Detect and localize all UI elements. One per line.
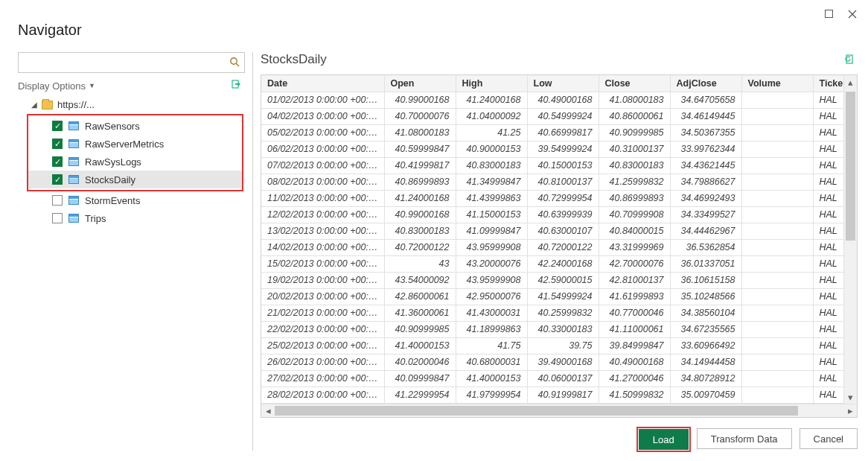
checkbox[interactable] <box>52 139 63 149</box>
table-cell: HAL <box>813 223 843 239</box>
table-row[interactable]: 15/02/2013 0:00:00 +00:004343.2000007642… <box>261 255 843 272</box>
column-header[interactable]: Low <box>527 75 599 92</box>
checkbox[interactable] <box>52 121 63 131</box>
table-cell: 40.70000076 <box>384 108 456 124</box>
load-button[interactable]: Load <box>639 429 689 450</box>
window-maximize-icon[interactable] <box>823 9 834 19</box>
table-cell: HAL <box>813 387 843 403</box>
horizontal-scrollbar[interactable]: ◂ ▸ <box>261 404 857 417</box>
tree-item-rawsyslogs[interactable]: RawSysLogs <box>28 153 242 171</box>
table-cell <box>741 141 813 157</box>
svg-point-3 <box>231 57 237 63</box>
table-cell: 40.54999924 <box>527 108 599 124</box>
table-cell: 33.60966492 <box>670 337 741 354</box>
table-cell: 40.83000183 <box>599 157 670 174</box>
scroll-down-icon[interactable]: ▾ <box>844 390 857 404</box>
table-row[interactable]: 07/02/2013 0:00:00 +00:0040.4199981740.8… <box>261 157 843 174</box>
table-cell <box>741 174 813 190</box>
table-row[interactable]: 01/02/2013 0:00:00 +00:0040.9900016841.2… <box>261 92 843 108</box>
table-cell: 43.20000076 <box>456 255 527 272</box>
checkbox[interactable] <box>52 195 63 206</box>
selection-highlight: RawSensors RawServerMetrics RawSysLogs <box>27 114 243 191</box>
window-close-icon[interactable] <box>847 9 858 19</box>
table-row[interactable]: 25/02/2013 0:00:00 +00:0041.4000015341.7… <box>261 337 843 354</box>
table-cell <box>741 255 813 272</box>
table-cell: 01/02/2013 0:00:00 +00:00 <box>261 92 384 108</box>
table-cell: 40.81000137 <box>527 174 599 190</box>
table-row[interactable]: 27/02/2013 0:00:00 +00:0040.0999984741.4… <box>261 370 843 387</box>
table-cell: HAL <box>813 190 843 206</box>
table-cell: 40.99000168 <box>384 206 456 223</box>
table-cell: 40.31000137 <box>599 141 670 157</box>
table-row[interactable]: 26/02/2013 0:00:00 +00:0040.0200004640.6… <box>261 354 843 370</box>
table-row[interactable]: 04/02/2013 0:00:00 +00:0040.7000007641.0… <box>261 108 843 124</box>
table-cell: 40.86999893 <box>384 174 456 190</box>
table-cell: 40.90000153 <box>456 141 527 157</box>
column-header[interactable]: AdjClose <box>670 75 741 92</box>
transform-data-button[interactable]: Transform Data <box>697 428 792 449</box>
tree-item-rawservermetrics[interactable]: RawServerMetrics <box>28 135 242 153</box>
table-cell: 14/02/2013 0:00:00 +00:00 <box>261 239 384 255</box>
table-row[interactable]: 05/02/2013 0:00:00 +00:0041.0800018341.2… <box>261 124 843 141</box>
table-row[interactable]: 08/02/2013 0:00:00 +00:0040.8699989341.3… <box>261 174 843 190</box>
table-row[interactable]: 11/02/2013 0:00:00 +00:0041.2400016841.4… <box>261 190 843 206</box>
tree-item-stormevents[interactable]: StormEvents <box>28 191 245 209</box>
search-input[interactable] <box>23 57 229 69</box>
table-cell: 40.68000031 <box>456 354 527 370</box>
table-cell: 42.59000015 <box>527 272 599 288</box>
table-row[interactable]: 19/02/2013 0:00:00 +00:0043.5400009243.9… <box>261 272 843 288</box>
pane-divider[interactable] <box>252 52 253 451</box>
column-header[interactable]: Date <box>261 75 384 92</box>
tree-item-rawsensors[interactable]: RawSensors <box>28 117 242 135</box>
column-header[interactable]: Volume <box>741 75 813 92</box>
table-cell: 40.72999954 <box>527 190 599 206</box>
scroll-right-icon[interactable]: ▸ <box>843 404 857 417</box>
scroll-up-icon[interactable]: ▴ <box>844 75 857 89</box>
refresh-tree-icon[interactable] <box>231 79 242 92</box>
table-cell: 41.43999863 <box>456 190 527 206</box>
refresh-preview-icon[interactable] <box>844 53 858 66</box>
column-header[interactable]: Close <box>599 75 670 92</box>
display-options-dropdown[interactable]: Display Options ▼ <box>18 80 95 92</box>
tree-root-node[interactable]: ◢ https://... <box>18 97 245 112</box>
checkbox[interactable] <box>52 156 63 167</box>
table-row[interactable]: 21/02/2013 0:00:00 +00:0041.3600006141.4… <box>261 305 843 321</box>
table-cell: 34.80728912 <box>670 370 741 387</box>
table-cell: 05/02/2013 0:00:00 +00:00 <box>261 124 384 141</box>
search-box[interactable] <box>18 52 245 73</box>
table-row[interactable]: 13/02/2013 0:00:00 +00:0040.8300018341.0… <box>261 223 843 239</box>
table-cell: 41.36000061 <box>384 305 456 321</box>
table-cell: 12/02/2013 0:00:00 +00:00 <box>261 206 384 223</box>
table-cell: 40.91999817 <box>527 387 599 403</box>
table-cell: 42.95000076 <box>456 288 527 305</box>
table-row[interactable]: 06/02/2013 0:00:00 +00:0040.5999984740.9… <box>261 141 843 157</box>
checkbox[interactable] <box>52 174 63 185</box>
scroll-thumb[interactable] <box>846 92 855 241</box>
checkbox[interactable] <box>52 213 63 223</box>
table-cell <box>741 223 813 239</box>
tree-item-stocksdaily[interactable]: StocksDaily <box>28 171 242 188</box>
column-header[interactable]: High <box>456 75 527 92</box>
scroll-left-icon[interactable]: ◂ <box>261 404 275 417</box>
tree-item-trips[interactable]: Trips <box>28 209 245 227</box>
table-cell: 40.63999939 <box>527 206 599 223</box>
cancel-button[interactable]: Cancel <box>800 428 858 449</box>
table-row[interactable]: 22/02/2013 0:00:00 +00:0040.9099998541.1… <box>261 321 843 337</box>
dialog-footer: Load Transform Data Cancel <box>261 418 858 451</box>
table-row[interactable]: 28/02/2013 0:00:00 +00:0041.2299995441.9… <box>261 387 843 403</box>
table-cell: 26/02/2013 0:00:00 +00:00 <box>261 354 384 370</box>
table-cell: 34.44462967 <box>670 223 741 239</box>
table-row[interactable]: 14/02/2013 0:00:00 +00:0040.7200012243.9… <box>261 239 843 255</box>
table-cell: 40.25999832 <box>527 305 599 321</box>
column-header[interactable]: Open <box>384 75 456 92</box>
table-row[interactable]: 12/02/2013 0:00:00 +00:0040.9900016841.1… <box>261 206 843 223</box>
table-cell: 41.22999954 <box>384 387 456 403</box>
table-cell: 34.14944458 <box>670 354 741 370</box>
table-cell: 21/02/2013 0:00:00 +00:00 <box>261 305 384 321</box>
table-row[interactable]: 20/02/2013 0:00:00 +00:0042.8600006142.9… <box>261 288 843 305</box>
scroll-thumb[interactable] <box>275 406 798 416</box>
table-cell: 40.84000015 <box>599 223 670 239</box>
table-cell: 27/02/2013 0:00:00 +00:00 <box>261 370 384 387</box>
column-header[interactable]: Ticker <box>813 75 843 92</box>
vertical-scrollbar[interactable]: ▴ ▾ <box>843 75 857 404</box>
